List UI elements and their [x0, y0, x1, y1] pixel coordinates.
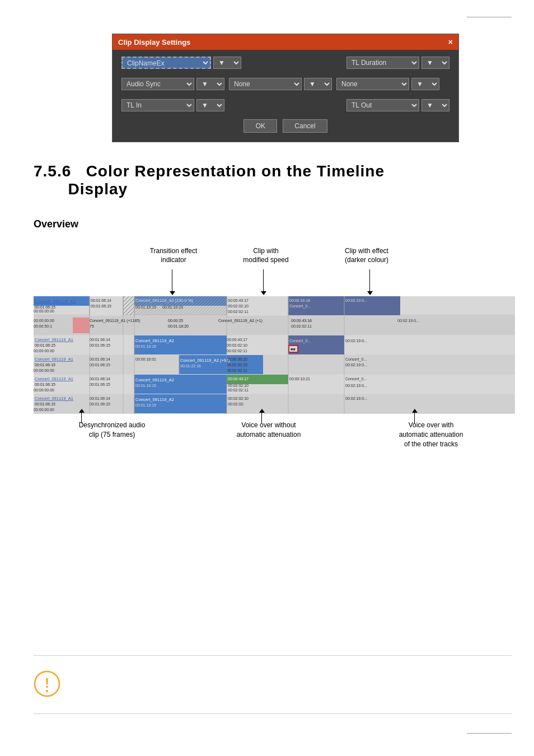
svg-text:00:00:43:17: 00:00:43:17 — [228, 377, 249, 381]
none2-arrow-select[interactable]: ▼ — [411, 78, 439, 90]
svg-text:00:02:02:10: 00:02:02:10 — [228, 384, 249, 388]
svg-text:Concert_0...: Concert_0... — [289, 339, 311, 343]
svg-text:00:01:18:19: 00:01:18:19 — [135, 305, 156, 309]
diagram-labels: Transition effect indicator Clip withmod… — [34, 247, 512, 297]
svg-text:00:01:18:19: 00:01:18:19 — [135, 384, 156, 388]
svg-text:Concert_091119_A2: Concert_091119_A2 — [135, 397, 174, 402]
svg-text:00:01:06:15: 00:01:06:15 — [35, 363, 55, 367]
arrow-3 — [369, 269, 370, 292]
svg-text:Concert_091119_A1: Concert_091119_A1 — [35, 396, 73, 401]
bottom-right-rule — [467, 733, 512, 734]
top-rule — [467, 17, 512, 17]
warning-icon-container: ! — [34, 665, 512, 704]
none1-group: None ▼ — [229, 78, 332, 90]
clipname-select[interactable]: ClipNameEx — [121, 57, 211, 69]
svg-text:00:02:19:0...: 00:02:19:0... — [397, 319, 419, 323]
svg-text:00:01:06:15: 00:01:06:15 — [35, 343, 55, 347]
none1-arrow-select[interactable]: ▼ — [304, 78, 332, 90]
ok-button[interactable]: OK — [243, 119, 277, 133]
bottom-label-voiceover-without: Voice over withoutautomatic attenuation — [224, 421, 313, 449]
tlout-arrow-select[interactable]: ▼ — [421, 99, 449, 111]
svg-text:00:01:06:15: 00:01:06:15 — [90, 402, 110, 406]
svg-point-128 — [46, 690, 48, 692]
svg-text:00:02:02:: 00:02:02: — [228, 402, 244, 406]
svg-text:00:02:19:0...: 00:02:19:0... — [345, 363, 367, 367]
none2-select[interactable]: None — [336, 78, 409, 90]
tlduration-arrow-select[interactable]: ▼ — [421, 57, 449, 69]
svg-text:Concert_0...: Concert_0... — [289, 304, 311, 309]
none1-select[interactable]: None — [229, 78, 302, 90]
tlin-arrow-select[interactable]: ▼ — [196, 99, 224, 111]
svg-text:00:01:06:14: 00:01:06:14 — [90, 377, 110, 381]
svg-text:00:02:02:11: 00:02:02:11 — [227, 368, 247, 372]
svg-text:00:00:39:20: 00:00:39:20 — [227, 357, 247, 361]
svg-text:00:00:00:00: 00:00:00:00 — [34, 309, 54, 313]
bottom-rule-top — [34, 655, 512, 656]
clipname-group: ClipNameEx ▼ — [121, 57, 241, 69]
tlin-select[interactable]: TL In — [121, 99, 194, 111]
svg-text:00:00:00:00: 00:00:00:00 — [34, 388, 54, 392]
bottom-rule-bottom — [34, 713, 512, 714]
svg-text:00:01:06:15: 00:01:06:15 — [90, 363, 110, 367]
svg-text:Concert_091119_A2: Concert_091119_A2 — [135, 338, 174, 343]
svg-text:!: ! — [45, 675, 49, 690]
svg-text:00:02:02:11: 00:02:02:11 — [228, 388, 249, 392]
svg-text:00:01:18:19: 00:01:18:19 — [162, 305, 183, 309]
warning-icon: ! — [34, 670, 60, 697]
svg-text:■■: ■■ — [291, 347, 295, 351]
svg-text:Concert_091119_A1 (+1185): Concert_091119_A1 (+1185) — [90, 319, 140, 323]
arrow-2 — [263, 269, 264, 292]
audiosync-select[interactable]: Audio Sync — [121, 78, 194, 90]
bottom-arrow-3 — [414, 412, 415, 423]
svg-text:00:01:18:20: 00:01:18:20 — [168, 324, 189, 328]
svg-text:75: 75 — [90, 324, 94, 328]
bottom-arrow-2 — [261, 412, 262, 423]
dialog-row-3: TL In ▼ TL Out ▼ — [121, 99, 449, 111]
cancel-button[interactable]: Cancel — [283, 119, 327, 133]
tlin-group: TL In ▼ — [121, 99, 224, 111]
svg-text:00:02:02:11: 00:02:02:11 — [291, 324, 312, 328]
dialog-actions: OK Cancel — [121, 119, 449, 133]
svg-text:00:02:19:0...: 00:02:19:0... — [345, 396, 367, 400]
audiosync-group: Audio Sync ▼ — [121, 78, 224, 90]
tlduration-select[interactable]: TL Duration — [346, 57, 419, 69]
overview-section: Overview Transition effect indicator Cli… — [34, 218, 512, 505]
dialog-close-button[interactable]: × — [448, 38, 453, 46]
svg-text:00:02:02:10: 00:02:02:10 — [228, 396, 249, 400]
svg-text:00:02:02:10: 00:02:02:10 — [227, 363, 247, 367]
svg-text:00:02:02:11: 00:02:02:11 — [227, 349, 247, 353]
label-modified-speed: Clip withmodified speed — [232, 247, 299, 264]
svg-text:Concert_091119_A2 (+1): Concert_091119_A2 (+1) — [218, 319, 263, 323]
svg-text:00:00:16:01: 00:00:16:01 — [135, 357, 156, 361]
svg-text:00:01:06:15: 00:01:06:15 — [35, 382, 55, 386]
dialog-title-bar: Clip Display Settings × — [113, 34, 458, 50]
svg-text:00:01:06:15: 00:01:06:15 — [90, 343, 110, 347]
arrow-1 — [172, 269, 172, 292]
svg-text:00:02:02:10: 00:02:02:10 — [228, 304, 249, 308]
svg-text:00:00:50:1: 00:00:50:1 — [34, 324, 52, 328]
svg-text:00:01:06:15: 00:01:06:15 — [91, 304, 111, 308]
svg-text:00:02:19:0...: 00:02:19:0... — [345, 298, 367, 302]
tlduration-group: TL Duration ▼ — [346, 57, 449, 69]
bottom-section: ! — [34, 655, 512, 714]
svg-text:00:00:00:00: 00:00:00:00 — [34, 349, 54, 353]
svg-text:00:00:00:00: 00:00:00:00 — [34, 408, 54, 412]
clipname-arrow-select[interactable]: ▼ — [213, 57, 241, 69]
section-heading: 7.5.6 Color Representation on the Timeli… — [34, 162, 500, 198]
svg-text:00:02:02:11: 00:02:02:11 — [228, 310, 249, 314]
tlout-select[interactable]: TL Out — [346, 99, 419, 111]
svg-text:Concert_091119_A1: Concert_091119_A1 — [35, 376, 73, 381]
svg-text:00:01:18:19: 00:01:18:19 — [135, 344, 156, 348]
svg-text:00:02:19:0...: 00:02:19:0... — [345, 384, 367, 388]
dialog-row-1: ClipNameEx ▼ TL Duration ▼ — [121, 57, 449, 69]
svg-text:00:01:22:16: 00:01:22:16 — [180, 364, 201, 368]
svg-text:00:00:00:00: 00:00:00:00 — [34, 319, 54, 323]
svg-text:Concert_0...: Concert_0... — [345, 377, 367, 381]
audiosync-arrow-select[interactable]: ▼ — [196, 78, 224, 90]
svg-rect-50 — [73, 318, 90, 333]
svg-text:00:01:06:14: 00:01:06:14 — [91, 298, 111, 302]
clip-display-settings-dialog: Clip Display Settings × ClipNameEx ▼ TL … — [112, 34, 459, 142]
svg-text:Concert_091119_A2 (+97): Concert_091119_A2 (+97) — [180, 358, 230, 363]
svg-text:Concert_091119_A1: Concert_091119_A1 — [35, 299, 76, 304]
svg-text:00:02:19:0...: 00:02:19:0... — [345, 339, 367, 343]
